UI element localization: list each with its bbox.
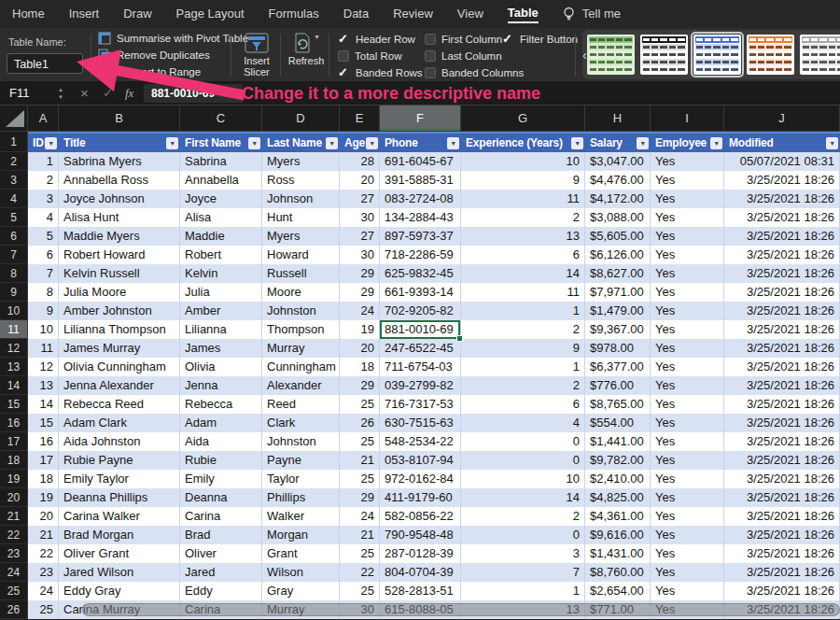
convert-to-range-button[interactable]: Convert to Range <box>98 65 201 78</box>
cell-g11[interactable]: 2 <box>461 320 585 339</box>
cell-e18[interactable]: 21 <box>340 451 380 470</box>
cell-f18[interactable]: 053-8107-94 <box>380 451 461 470</box>
cell-e8[interactable]: 29 <box>340 264 380 283</box>
cell-e20[interactable]: 29 <box>340 488 380 507</box>
tab-table[interactable]: Table <box>508 6 539 23</box>
refresh-dropdown-chevron[interactable]: ▾ <box>315 33 318 42</box>
cell-j3[interactable]: 3/25/2021 18:26 <box>724 171 840 190</box>
cell-d18[interactable]: Payne <box>262 451 340 470</box>
cell-b23[interactable]: Oliver Grant <box>59 544 180 563</box>
table-header-age[interactable]: Age▼ <box>340 134 380 152</box>
column-header-f[interactable]: F <box>380 106 461 131</box>
cell-d17[interactable]: Johnston <box>262 432 340 451</box>
table-header-experience-years[interactable]: Experience (Years)▼ <box>461 134 585 152</box>
fx-icon[interactable]: fx <box>125 82 133 104</box>
cell-c11[interactable]: Lilianna <box>180 320 262 339</box>
cell-i8[interactable]: Yes <box>651 264 724 283</box>
cell-j13[interactable]: 3/25/2021 18:26 <box>724 358 840 376</box>
column-header-g[interactable]: G <box>461 106 585 131</box>
cell-h10[interactable]: $1,479.00 <box>585 302 651 320</box>
table-header-first-name[interactable]: First Name▼ <box>180 134 262 152</box>
cell-e19[interactable]: 25 <box>340 470 380 488</box>
cell-f11[interactable]: 881-0010-69 <box>380 320 461 339</box>
cell-c8[interactable]: Kelvin <box>180 264 262 283</box>
table-header-title[interactable]: Title▼ <box>59 134 180 152</box>
cell-d4[interactable]: Johnson <box>262 190 340 208</box>
row-header-20[interactable]: 20 <box>0 488 28 507</box>
cell-f8[interactable]: 625-9832-45 <box>380 264 461 283</box>
cell-f21[interactable]: 582-0856-22 <box>380 507 461 526</box>
filter-dropdown-icon[interactable]: ▼ <box>166 137 178 149</box>
cell-a14[interactable]: 13 <box>28 376 59 395</box>
column-header-b[interactable]: B <box>59 106 180 131</box>
cell-b22[interactable]: Brad Morgan <box>59 526 180 544</box>
cell-a8[interactable]: 7 <box>28 264 59 283</box>
cell-f10[interactable]: 702-9205-82 <box>380 302 461 320</box>
cell-f6[interactable]: 897-5973-37 <box>380 227 461 246</box>
cell-i2[interactable]: Yes <box>651 152 724 171</box>
cell-d24[interactable]: Wilson <box>262 563 340 582</box>
cell-h20[interactable]: $4,825.00 <box>585 488 651 507</box>
fill-handle[interactable] <box>456 335 463 342</box>
table-style-blue-selected[interactable] <box>693 35 741 75</box>
cell-i12[interactable]: Yes <box>651 339 724 358</box>
cell-a17[interactable]: 16 <box>28 432 59 451</box>
cell-e16[interactable]: 26 <box>340 414 380 432</box>
filter-dropdown-icon[interactable]: ▼ <box>366 137 378 149</box>
cell-a15[interactable]: 14 <box>28 395 59 414</box>
row-header-23[interactable]: 23 <box>0 544 28 563</box>
checkbox-banded-columns[interactable]: Banded Columns <box>425 67 524 78</box>
checkbox-banded-rows[interactable]: ✓Banded Rows <box>338 67 423 78</box>
cell-e11[interactable]: 19 <box>340 320 380 339</box>
cell-c22[interactable]: Brad <box>180 526 262 544</box>
cell-h22[interactable]: $9,616.00 <box>585 526 651 544</box>
filter-dropdown-icon[interactable]: ▼ <box>248 137 260 149</box>
row-header-18[interactable]: 18 <box>0 451 28 470</box>
cell-c10[interactable]: Amber <box>180 302 262 320</box>
table-style-gray[interactable] <box>800 35 840 75</box>
cell-e2[interactable]: 28 <box>340 152 380 171</box>
cell-c6[interactable]: Maddie <box>180 227 262 246</box>
cell-e12[interactable]: 20 <box>340 339 380 358</box>
cell-e3[interactable]: 20 <box>340 171 380 190</box>
cell-d22[interactable]: Morgan <box>262 526 340 544</box>
cell-f2[interactable]: 691-6045-67 <box>380 152 461 171</box>
cell-b21[interactable]: Carina Walker <box>59 507 180 526</box>
cell-e13[interactable]: 18 <box>340 358 380 376</box>
cell-i4[interactable]: Yes <box>651 190 724 208</box>
cell-j22[interactable]: 3/25/2021 18:26 <box>724 526 840 544</box>
cell-e9[interactable]: 29 <box>340 283 380 302</box>
select-all-corner[interactable] <box>0 106 28 131</box>
cell-h18[interactable]: $9,782.00 <box>585 451 651 470</box>
cell-j2[interactable]: 05/07/2021 08:31 <box>724 152 840 171</box>
cell-i9[interactable]: Yes <box>651 283 724 302</box>
cell-b12[interactable]: James Murray <box>59 339 180 358</box>
cell-g12[interactable]: 9 <box>461 339 585 358</box>
formula-input[interactable]: 881-0010-69 <box>144 84 243 103</box>
cell-j6[interactable]: 3/25/2021 18:26 <box>724 227 840 246</box>
row-header-12[interactable]: 12 <box>0 339 28 358</box>
cell-h24[interactable]: $8,760.00 <box>585 563 651 582</box>
table-header-modified[interactable]: Modified▼ <box>724 134 840 152</box>
cell-d3[interactable]: Ross <box>262 171 340 190</box>
row-header-21[interactable]: 21 <box>0 507 28 526</box>
cell-j4[interactable]: 3/25/2021 18:26 <box>724 190 840 208</box>
row-header-26[interactable]: 26 <box>0 600 28 619</box>
cell-h9[interactable]: $7,971.00 <box>585 283 651 302</box>
filter-dropdown-icon[interactable]: ▼ <box>326 137 338 149</box>
cell-j19[interactable]: 3/25/2021 18:26 <box>724 470 840 488</box>
cell-a3[interactable]: 2 <box>28 171 59 190</box>
cell-b11[interactable]: Lilianna Thompson <box>59 320 180 339</box>
cell-i6[interactable]: Yes <box>651 227 724 246</box>
cell-e25[interactable]: 25 <box>340 582 380 600</box>
cell-c5[interactable]: Alisa <box>180 208 262 227</box>
tab-insert[interactable]: Insert <box>69 7 100 22</box>
cell-h12[interactable]: $978.00 <box>585 339 651 358</box>
cell-h8[interactable]: $8,627.00 <box>585 264 651 283</box>
cell-b25[interactable]: Eddy Gray <box>59 582 180 600</box>
row-header-24[interactable]: 24 <box>0 563 28 582</box>
cell-g3[interactable]: 9 <box>461 171 585 190</box>
row-header-4[interactable]: 4 <box>0 190 28 208</box>
table-style-black[interactable] <box>640 35 688 75</box>
table-header-phone[interactable]: Phone▼ <box>380 134 461 152</box>
